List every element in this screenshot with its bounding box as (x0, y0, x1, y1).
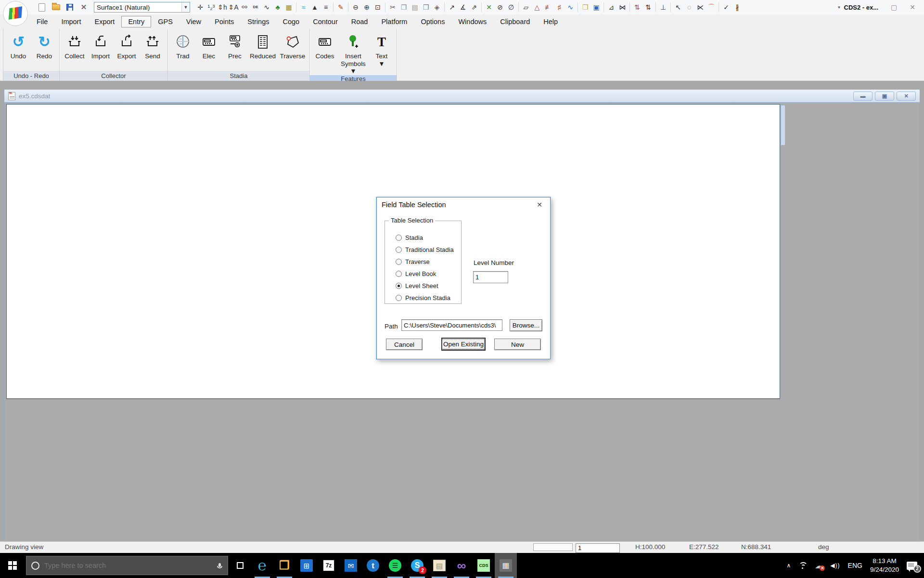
tray-chevron-icon[interactable]: ∧ (787, 562, 791, 569)
curve-icon[interactable]: ⌒ (706, 2, 717, 13)
undo-button[interactable]: ↺ Undo (5, 30, 31, 71)
delete-contour-icon[interactable]: ≢ (543, 2, 553, 13)
draw-line-icon[interactable]: ↗ (447, 2, 457, 13)
speaker-icon[interactable]: ◀)) (830, 562, 840, 569)
radio-option[interactable]: Traditional Stadia (396, 244, 454, 256)
menu-item[interactable]: Road (345, 16, 375, 27)
elec-button[interactable]: Elec (196, 30, 222, 71)
taskbar-app-thunderbird[interactable]: t (362, 553, 384, 578)
add-points-icon[interactable]: ✛ (195, 2, 205, 13)
vertical-scrollbar[interactable] (780, 104, 786, 399)
search-input[interactable] (44, 562, 211, 569)
close-file-button[interactable]: ✕ (78, 2, 89, 13)
menu-item[interactable]: View (180, 16, 208, 27)
dialog-close-button[interactable]: ✕ (534, 200, 545, 210)
new-file-button[interactable] (37, 2, 47, 13)
taskbar-app-mail[interactable]: ✉ (340, 553, 362, 578)
trad-button[interactable]: Trad (170, 30, 196, 71)
surface-image-icon[interactable]: ▦ (283, 2, 294, 13)
clock[interactable]: 8:13 AM 9/24/2020 (870, 557, 899, 574)
restore-window-button[interactable]: ▢ (891, 3, 897, 11)
reduced-button[interactable]: Reduced (248, 30, 278, 71)
delete-circle-icon[interactable]: ⊘ (495, 2, 505, 13)
zoom-out-icon[interactable]: ⊖ (350, 2, 361, 13)
open-file-icon[interactable]: ❒ (580, 2, 590, 13)
menu-item[interactable]: Strings (241, 16, 276, 27)
parallel-offset-icon[interactable]: ∦ (732, 2, 743, 13)
traverse-button[interactable]: Traverse (278, 30, 308, 71)
notification-center-icon[interactable]: 2 (907, 562, 917, 570)
document-maximize-button[interactable]: ▣ (875, 92, 894, 101)
start-button[interactable] (0, 553, 25, 578)
task-view-button[interactable] (229, 553, 251, 578)
scrollbar-thumb[interactable] (781, 105, 785, 145)
symbol-point-icon[interactable]: ♣ (272, 2, 283, 13)
menu-item[interactable]: Clipboard (493, 16, 537, 27)
redo-button[interactable]: ↻ Redo (31, 30, 57, 71)
save-file-button[interactable] (64, 2, 75, 13)
section-view-icon[interactable]: ⋈ (617, 2, 628, 13)
menu-item[interactable]: Help (537, 16, 565, 27)
menu-item[interactable]: Contour (306, 16, 345, 27)
triangles-icon[interactable]: ▲ (309, 2, 320, 13)
scale-icon[interactable]: ⋉ (695, 2, 706, 13)
open-file-button[interactable] (51, 2, 61, 13)
menu-item[interactable]: Entry (121, 16, 151, 27)
menu-item[interactable]: Export (88, 16, 121, 27)
codes-display-icon[interactable]: CO (239, 2, 250, 13)
codes-button[interactable]: Codes (312, 30, 338, 75)
document-close-button[interactable]: ✕ (897, 92, 916, 101)
station-pins-alt-icon[interactable]: ⇅ (643, 2, 654, 13)
surface-dropdown[interactable]: Surface1 (Natural) ▼ (94, 2, 190, 13)
radio-option[interactable]: Stadia (396, 232, 454, 244)
insert-symbols-button[interactable]: Insert Symbols ▼ (338, 30, 369, 75)
descriptions-display-icon[interactable]: DE (250, 2, 261, 13)
prec-button[interactable]: Prec (222, 30, 248, 71)
taskbar-app-explorer[interactable]: ❒ (273, 553, 295, 578)
taskbar-app-spotify[interactable]: ☰ (384, 553, 406, 578)
node-icon[interactable]: ⊥ (658, 2, 668, 13)
zoom-in-icon[interactable]: ⊕ (361, 2, 372, 13)
menu-item[interactable]: Platform (374, 16, 414, 27)
text-button[interactable]: T Text ▼ (369, 30, 395, 75)
dialog-titlebar[interactable]: Field Table Selection ✕ (377, 197, 550, 212)
paste-special-icon[interactable]: ❒ (421, 2, 431, 13)
flow-line-icon[interactable]: ∿ (565, 2, 576, 13)
radio-option[interactable]: Level Book (396, 268, 454, 280)
contour-lines-icon[interactable]: ≡ (321, 2, 331, 13)
cancel-button[interactable]: Cancel (386, 339, 423, 350)
language-indicator[interactable]: ENG (848, 562, 862, 569)
slope-icon[interactable]: ∿ (261, 2, 272, 13)
radio-option[interactable]: Precision Stadia (396, 292, 454, 304)
radio-option[interactable]: Level Sheet (396, 280, 454, 292)
delete-triangle-icon[interactable]: △ (532, 2, 542, 13)
browse-button[interactable]: Browse... (510, 319, 542, 331)
wifi-icon[interactable] (798, 562, 807, 569)
profile-icon[interactable]: ⊿ (606, 2, 616, 13)
angle-check-icon[interactable]: ✓ (721, 2, 732, 13)
document-titlebar[interactable]: ex5.cdsdat ▬ ▣ ✕ (4, 90, 920, 103)
renumber-points-icon[interactable]: ¹₂³ (206, 2, 217, 13)
draw-pen-icon[interactable]: ✎ (335, 2, 346, 13)
menu-item[interactable]: Cogo (276, 16, 306, 27)
polygon-icon[interactable]: ▱ (521, 2, 531, 13)
paste-icon[interactable]: ▤ (410, 2, 420, 13)
radio-option[interactable]: Traverse (396, 256, 454, 268)
station-pins-icon[interactable]: ⇅ (632, 2, 642, 13)
taskbar-app-skype[interactable]: S 2 (406, 553, 428, 578)
taskbar-app-edge[interactable]: ℮ (251, 553, 273, 578)
menu-item[interactable]: Windows (451, 16, 493, 27)
taskbar-app-7zip[interactable]: 7z (318, 553, 340, 578)
select-arrow-icon[interactable]: ↖ (673, 2, 683, 13)
export-button[interactable]: Export (114, 30, 140, 71)
new-button[interactable]: New (494, 339, 541, 350)
taskbar-search[interactable] (26, 556, 228, 575)
delete-ellipse-icon[interactable]: ∅ (506, 2, 516, 13)
microphone-icon[interactable] (216, 563, 223, 568)
cut-icon[interactable]: ✂ (387, 2, 398, 13)
design-height-icon[interactable]: ⇕A (228, 2, 239, 13)
taskbar-app-contacts[interactable]: ▤ (428, 553, 450, 578)
app-logo[interactable] (3, 1, 28, 26)
draw-bearing-icon[interactable]: ⇗ (469, 2, 479, 13)
menu-item[interactable]: Points (208, 16, 241, 27)
